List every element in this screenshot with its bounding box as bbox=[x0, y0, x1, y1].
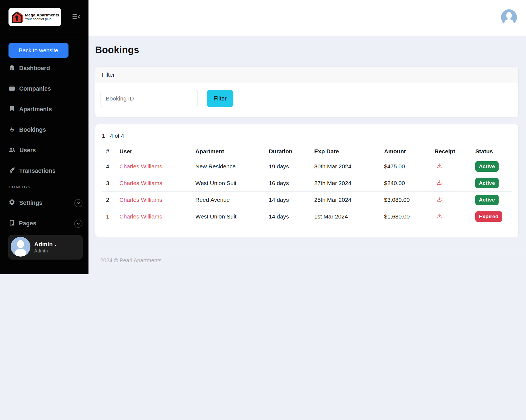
sidebar: Mega Apartments Your shortlet plug Back … bbox=[0, 0, 88, 274]
apartment-cell: West Union Suit bbox=[195, 213, 269, 220]
brand-logo[interactable]: Mega Apartments Your shortlet plug bbox=[8, 8, 61, 26]
sidebar-item-users[interactable]: Users bbox=[0, 140, 88, 161]
avatar bbox=[11, 237, 30, 258]
topbar bbox=[88, 0, 526, 36]
amount-cell: $3,080.00 bbox=[384, 197, 434, 203]
amount-cell: $475.00 bbox=[384, 163, 434, 170]
sidebar-section-configs: CONFIGS bbox=[0, 181, 88, 193]
status-badge: Expired bbox=[475, 211, 502, 222]
exp-date-cell: 30th Mar 2024 bbox=[314, 163, 384, 170]
user-link[interactable]: Charles Williams bbox=[119, 180, 162, 186]
sidebar-item-label: Bookings bbox=[19, 126, 46, 133]
sidebar-item-settings[interactable]: Settings bbox=[0, 193, 88, 213]
column-header: Duration bbox=[269, 148, 314, 155]
user-link[interactable]: Charles Williams bbox=[119, 197, 162, 203]
status-badge: Active bbox=[475, 161, 499, 172]
column-header: User bbox=[119, 148, 195, 155]
column-header: # bbox=[102, 148, 119, 155]
sidebar-item-label: Transactions bbox=[19, 168, 56, 174]
apartment-cell: Reed Avenue bbox=[195, 197, 269, 203]
brand-name: Mega Apartments bbox=[25, 13, 59, 17]
sidebar-item-transactions[interactable]: Transactions bbox=[0, 161, 88, 181]
sidebar-nav: Dashboard Companies bbox=[0, 58, 88, 234]
briefcase-icon bbox=[8, 85, 15, 93]
profile-name: Admin . bbox=[34, 241, 56, 248]
house-keyhole-icon bbox=[10, 9, 24, 25]
profile-role: Admin bbox=[34, 249, 56, 254]
table-row: 4 Charles Williams New Residence 19 days… bbox=[102, 158, 512, 175]
user-avatar-button[interactable] bbox=[501, 9, 517, 25]
home-icon bbox=[8, 64, 15, 73]
duration-cell: 14 days bbox=[269, 197, 314, 203]
brand-tagline: Your shortlet plug bbox=[25, 17, 59, 21]
amount-cell: $1,680.00 bbox=[384, 213, 434, 220]
chevron-down-icon[interactable] bbox=[74, 199, 82, 207]
row-number: 3 bbox=[102, 180, 119, 186]
table-row: 2 Charles Williams Reed Avenue 14 days 2… bbox=[102, 192, 512, 208]
sidebar-item-apartments[interactable]: Apartments bbox=[0, 99, 88, 120]
table-row: 1 Charles Williams West Union Suit 14 da… bbox=[102, 208, 512, 225]
status-badge: Active bbox=[475, 178, 499, 188]
bookings-table-card: 1 - 4 of 4 # User Apartment Duration Exp… bbox=[95, 124, 519, 237]
rocket-icon bbox=[8, 167, 15, 175]
bookings-table: # User Apartment Duration Exp Date Amoun… bbox=[102, 145, 512, 225]
sidebar-item-label: Apartments bbox=[19, 106, 52, 113]
menu-fold-icon bbox=[72, 12, 81, 22]
row-number: 1 bbox=[102, 213, 119, 220]
sidebar-item-bookings[interactable]: Bookings bbox=[0, 120, 88, 140]
download-receipt-button[interactable] bbox=[434, 179, 442, 186]
chevron-down-icon[interactable] bbox=[74, 220, 82, 228]
status-badge: Active bbox=[475, 195, 499, 205]
exp-date-cell: 1st Mar 2024 bbox=[314, 213, 384, 220]
column-header: Status bbox=[475, 148, 512, 155]
sidebar-item-companies[interactable]: Companies bbox=[0, 79, 88, 99]
column-header: Amount bbox=[384, 148, 434, 155]
filter-card-header: Filter bbox=[95, 67, 518, 83]
exp-date-cell: 27th Mar 2024 bbox=[314, 180, 384, 186]
sidebar-item-label: Users bbox=[19, 147, 36, 154]
row-number: 4 bbox=[102, 163, 119, 170]
footer-divider bbox=[88, 248, 526, 248]
booking-id-input[interactable] bbox=[101, 90, 198, 107]
sidebar-item-label: Dashboard bbox=[19, 65, 50, 72]
table-row: 3 Charles Williams West Union Suit 16 da… bbox=[102, 175, 512, 192]
download-receipt-button[interactable] bbox=[434, 213, 442, 219]
duration-cell: 16 days bbox=[269, 180, 314, 186]
user-link[interactable]: Charles Williams bbox=[119, 163, 162, 169]
download-receipt-button[interactable] bbox=[434, 163, 442, 169]
apartment-cell: West Union Suit bbox=[195, 180, 269, 186]
footer-copyright: 2024 © Pearl Apartments bbox=[100, 257, 162, 264]
sidebar-divider bbox=[5, 34, 83, 34]
column-header: Receipt bbox=[434, 148, 475, 155]
main-content: Bookings Filter Filter 1 - 4 of 4 # User… bbox=[95, 36, 519, 237]
gear-icon bbox=[8, 199, 15, 207]
row-number: 2 bbox=[102, 197, 119, 203]
sidebar-item-label: Companies bbox=[19, 85, 51, 92]
flame-icon bbox=[8, 126, 15, 134]
amount-cell: $240.00 bbox=[384, 180, 434, 186]
document-icon bbox=[8, 220, 15, 228]
duration-cell: 19 days bbox=[269, 163, 314, 170]
user-link[interactable]: Charles Williams bbox=[119, 213, 162, 220]
duration-cell: 14 days bbox=[269, 213, 314, 220]
sidebar-collapse-button[interactable] bbox=[71, 12, 81, 22]
table-header-row: # User Apartment Duration Exp Date Amoun… bbox=[102, 145, 512, 158]
exp-date-cell: 25th Mar 2024 bbox=[314, 197, 384, 203]
page-title: Bookings bbox=[95, 44, 519, 55]
column-header: Exp Date bbox=[314, 148, 384, 155]
users-icon bbox=[8, 146, 16, 155]
download-receipt-button[interactable] bbox=[434, 196, 442, 202]
filter-card: Filter Filter bbox=[95, 66, 519, 117]
sidebar-item-label: Pages bbox=[19, 220, 36, 227]
result-count: 1 - 4 of 4 bbox=[102, 133, 512, 139]
apartment-cell: New Residence bbox=[195, 163, 269, 170]
column-header: Apartment bbox=[195, 148, 269, 155]
sidebar-item-dashboard[interactable]: Dashboard bbox=[0, 58, 88, 79]
building-icon bbox=[8, 105, 15, 114]
sidebar-profile[interactable]: Admin . Admin bbox=[8, 235, 83, 260]
sidebar-item-pages[interactable]: Pages bbox=[0, 213, 88, 234]
filter-button[interactable]: Filter bbox=[207, 90, 233, 107]
sidebar-item-label: Settings bbox=[19, 200, 42, 206]
back-to-website-button[interactable]: Back to website bbox=[8, 43, 68, 58]
